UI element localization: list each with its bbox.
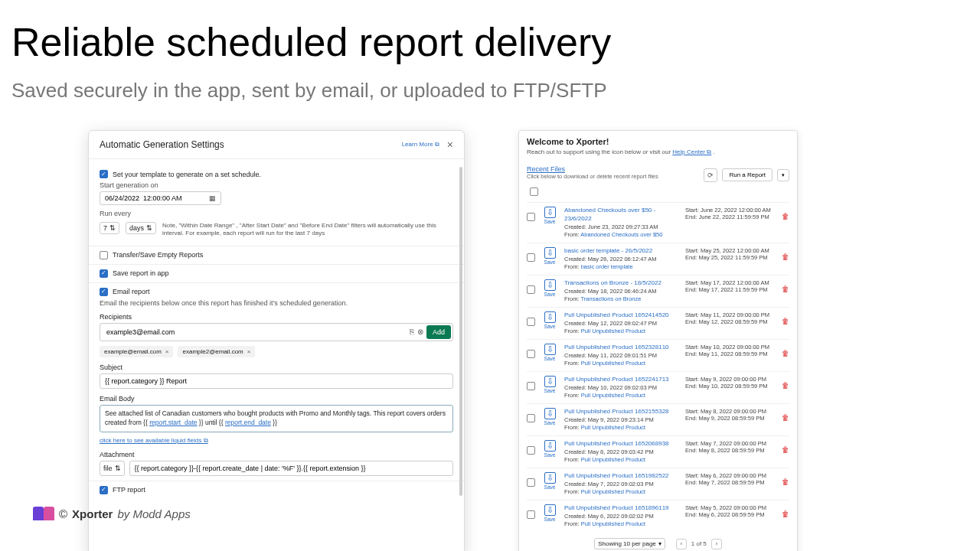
clear-icon[interactable]: ⊗ bbox=[417, 328, 423, 336]
ftp-label: FTP report bbox=[113, 486, 145, 494]
save-file-button[interactable]: ⇩Save bbox=[541, 207, 558, 224]
subject-input[interactable] bbox=[100, 373, 453, 389]
calendar-icon[interactable]: ▦ bbox=[209, 194, 216, 202]
footer-credit: © Xporter by Modd Apps bbox=[33, 507, 191, 520]
trash-icon[interactable]: 🗑 bbox=[782, 510, 789, 518]
email-report-checkbox[interactable] bbox=[100, 288, 108, 296]
save-file-button[interactable]: ⇩Save bbox=[541, 311, 558, 329]
file-start: Start: May 7, 2022 09:00:00 PM bbox=[685, 440, 776, 447]
per-page-select[interactable]: Showing 10 per page▾ bbox=[594, 538, 665, 549]
file-name-link[interactable]: Abandoned Checkouts over $50 - 23/6/2022 bbox=[564, 207, 655, 222]
file-name-link[interactable]: Transactions on Bronze - 18/5/2022 bbox=[564, 279, 662, 286]
file-from-link[interactable]: Pull Unpublished Product bbox=[581, 424, 645, 431]
save-file-button[interactable]: ⇩Save bbox=[541, 279, 558, 297]
paste-icon[interactable]: ⎘ bbox=[410, 328, 414, 336]
file-end: End: May 10, 2022 08:59:59 PM bbox=[685, 383, 776, 390]
trash-icon[interactable]: 🗑 bbox=[782, 253, 789, 261]
file-checkbox[interactable] bbox=[527, 382, 535, 390]
save-file-button[interactable]: ⇩Save bbox=[541, 440, 558, 458]
run-report-button[interactable]: Run a Report bbox=[722, 168, 773, 181]
file-checkbox[interactable] bbox=[527, 478, 535, 487]
file-from-link[interactable]: Pull Unpublished Product bbox=[581, 488, 645, 495]
file-name-link[interactable]: Pull Unpublished Product 1652068938 bbox=[564, 440, 669, 447]
transfer-empty-checkbox[interactable] bbox=[100, 251, 108, 259]
start-date-input[interactable]: ▦ bbox=[100, 191, 221, 205]
recent-files-link[interactable]: Recent Files bbox=[527, 165, 565, 173]
select-all-checkbox[interactable] bbox=[530, 187, 538, 196]
save-file-button[interactable]: ⇩Save bbox=[541, 344, 558, 361]
save-in-app-checkbox[interactable] bbox=[100, 269, 108, 278]
close-icon[interactable]: × bbox=[447, 139, 453, 151]
prev-page-button[interactable]: ‹ bbox=[676, 539, 687, 549]
file-created: Created: May 9, 2022 09:23:14 PM bbox=[564, 416, 679, 424]
file-checkbox[interactable] bbox=[527, 318, 535, 326]
file-checkbox[interactable] bbox=[527, 414, 535, 422]
file-from-link[interactable]: basic order template bbox=[581, 263, 633, 270]
body-label: Email Body bbox=[100, 395, 453, 403]
save-file-button[interactable]: ⇩Save bbox=[541, 504, 558, 522]
attachment-mode-select[interactable]: file⇅ bbox=[100, 461, 125, 476]
trash-icon[interactable]: 🗑 bbox=[782, 285, 789, 293]
run-every-unit[interactable]: days⇅ bbox=[126, 222, 156, 234]
file-checkbox[interactable] bbox=[527, 285, 535, 294]
file-checkbox[interactable] bbox=[527, 213, 535, 221]
file-row: ⇩SavePull Unpublished Product 1651982522… bbox=[527, 468, 789, 500]
file-checkbox[interactable] bbox=[527, 253, 535, 262]
remove-chip-icon[interactable]: × bbox=[247, 348, 251, 355]
file-checkbox[interactable] bbox=[527, 510, 535, 519]
schedule-checkbox[interactable] bbox=[100, 170, 108, 178]
attachment-label: Attachment bbox=[100, 451, 453, 458]
download-icon: ⇩ bbox=[544, 408, 556, 419]
file-start: Start: May 25, 2022 12:00:00 AM bbox=[685, 247, 776, 254]
run-every-number[interactable]: 7⇅ bbox=[100, 222, 119, 234]
trash-icon[interactable]: 🗑 bbox=[782, 445, 789, 454]
file-from: From: basic order template bbox=[564, 263, 679, 271]
file-checkbox[interactable] bbox=[527, 350, 535, 358]
file-name-link[interactable]: Pull Unpublished Product 1652328110 bbox=[564, 344, 669, 350]
liquid-fields-link[interactable]: click here to see available liquid field… bbox=[100, 437, 208, 445]
add-button[interactable]: Add bbox=[426, 325, 451, 339]
ftp-checkbox[interactable] bbox=[100, 486, 108, 494]
file-name-link[interactable]: Pull Unpublished Product 1651982522 bbox=[564, 472, 669, 479]
file-name-link[interactable]: basic order template - 26/5/2022 bbox=[564, 247, 652, 254]
scrollbar[interactable] bbox=[459, 167, 462, 496]
hero-title: Reliable scheduled report delivery bbox=[0, 0, 980, 65]
schedule-label: Set your template to generate on a set s… bbox=[113, 171, 261, 178]
file-from-link[interactable]: Pull Unpublished Product bbox=[581, 520, 645, 527]
file-from-link[interactable]: Pull Unpublished Product bbox=[581, 456, 645, 463]
save-file-button[interactable]: ⇩Save bbox=[541, 376, 558, 393]
file-from-link[interactable]: Pull Unpublished Product bbox=[581, 392, 645, 399]
trash-icon[interactable]: 🗑 bbox=[782, 478, 789, 486]
refresh-icon[interactable]: ⟳ bbox=[704, 168, 717, 182]
trash-icon[interactable]: 🗑 bbox=[782, 349, 789, 357]
file-end: End: June 22, 2022 11:59:59 PM bbox=[685, 214, 776, 220]
next-page-button[interactable]: › bbox=[711, 539, 722, 549]
modal-title: Automatic Generation Settings bbox=[100, 139, 224, 150]
trash-icon[interactable]: 🗑 bbox=[782, 413, 789, 422]
body-textarea[interactable]: See attached list of Canadian customers … bbox=[100, 405, 453, 432]
file-created: Created: June 23, 2022 09:27:33 AM bbox=[564, 223, 679, 231]
trash-icon[interactable]: 🗑 bbox=[782, 381, 789, 390]
file-start: Start: May 6, 2022 09:00:00 PM bbox=[685, 472, 776, 479]
recipient-input[interactable] bbox=[102, 326, 407, 338]
attachment-name-input[interactable] bbox=[129, 461, 453, 476]
file-name-link[interactable]: Pull Unpublished Product 1652414520 bbox=[564, 311, 669, 318]
file-from-link[interactable]: Pull Unpublished Product bbox=[581, 328, 645, 334]
file-name-link[interactable]: Pull Unpublished Product 1652241713 bbox=[564, 376, 669, 383]
trash-icon[interactable]: 🗑 bbox=[782, 212, 789, 220]
file-name-link[interactable]: Pull Unpublished Product 1652155328 bbox=[564, 408, 669, 415]
file-from-link[interactable]: Transactions on Bronze bbox=[581, 295, 642, 302]
help-center-link[interactable]: Help Center ⧉ bbox=[672, 148, 711, 155]
run-report-dropdown[interactable]: ▾ bbox=[777, 169, 789, 181]
save-file-button[interactable]: ⇩Save bbox=[541, 247, 558, 265]
start-date-field[interactable] bbox=[105, 194, 204, 202]
learn-more-link[interactable]: Learn More ⧉ bbox=[402, 141, 439, 148]
save-file-button[interactable]: ⇩Save bbox=[541, 472, 558, 490]
remove-chip-icon[interactable]: × bbox=[165, 348, 169, 355]
file-name-link[interactable]: Pull Unpublished Product 1651896119 bbox=[564, 504, 669, 511]
file-checkbox[interactable] bbox=[527, 446, 535, 455]
file-from-link[interactable]: Abandoned Checkouts over $50 bbox=[580, 231, 662, 238]
file-from-link[interactable]: Pull Unpublished Product bbox=[581, 360, 645, 367]
save-file-button[interactable]: ⇩Save bbox=[541, 408, 558, 425]
trash-icon[interactable]: 🗑 bbox=[782, 317, 789, 325]
